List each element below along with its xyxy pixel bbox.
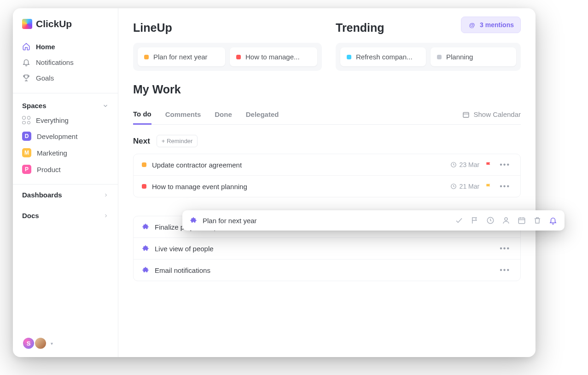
- task-row[interactable]: Email notifications •••: [134, 260, 520, 281]
- show-calendar-label: Show Calendar: [473, 110, 521, 118]
- sidebar-item-label: Product: [37, 166, 61, 173]
- svg-rect-5: [518, 218, 525, 224]
- task-title: Live view of people: [155, 245, 492, 253]
- avatar: S: [22, 337, 35, 350]
- svg-rect-0: [463, 112, 469, 117]
- card-label: Planning: [446, 53, 473, 61]
- task-row[interactable]: Update contractor agreement 23 Mar •••: [134, 154, 520, 176]
- space-badge: M: [22, 148, 31, 157]
- mentions-label: 3 mentions: [480, 21, 514, 29]
- at-icon: @: [468, 21, 476, 29]
- caret-down-icon: ▾: [51, 341, 53, 346]
- next-row: Next + Reminder: [133, 135, 521, 147]
- row-menu-button[interactable]: •••: [498, 244, 512, 253]
- my-work-section: My Work To do Comments Done Delegated Sh…: [133, 83, 521, 281]
- nav-label: Home: [36, 43, 55, 51]
- clock-icon[interactable]: [486, 216, 495, 225]
- tab-comments[interactable]: Comments: [165, 105, 201, 124]
- sidebar-item-label: Development: [37, 133, 77, 140]
- tab-delegated[interactable]: Delegated: [246, 105, 279, 124]
- spaces-label: Spaces: [22, 102, 47, 110]
- sidebar-item-docs[interactable]: Docs: [13, 205, 118, 226]
- bell-icon[interactable]: [549, 216, 557, 225]
- nav-goals[interactable]: Goals: [17, 70, 114, 86]
- task-title: How to manage event planning: [152, 183, 445, 190]
- space-badge: P: [22, 165, 31, 174]
- assignee-icon[interactable]: [502, 216, 510, 225]
- sidebar-item-development[interactable]: D Development: [13, 128, 118, 144]
- task-date: 23 Mar: [450, 161, 480, 168]
- task-row[interactable]: Live view of people •••: [134, 238, 520, 260]
- tab-todo[interactable]: To do: [133, 104, 151, 125]
- sidebar-item-everything[interactable]: Everything: [13, 112, 118, 128]
- reminder-icon: [190, 217, 197, 224]
- status-dot: [142, 162, 146, 167]
- app-name: ClickUp: [36, 18, 72, 29]
- tab-done[interactable]: Done: [215, 105, 232, 124]
- flag-icon[interactable]: [485, 183, 492, 190]
- nav-notifications[interactable]: Notifications: [17, 54, 114, 70]
- avatar: [34, 337, 47, 350]
- row-menu-button[interactable]: •••: [498, 161, 512, 169]
- sidebar-item-product[interactable]: P Product: [13, 161, 118, 178]
- sidebar-item-marketing[interactable]: M Marketing: [13, 144, 118, 161]
- calendar-icon[interactable]: [518, 216, 526, 225]
- lineup-section: LineUp Plan for next year How to manage.…: [133, 21, 322, 71]
- task-action-popup: Plan for next year: [182, 210, 565, 231]
- show-calendar-button[interactable]: Show Calendar: [462, 105, 521, 124]
- top-row: LineUp Plan for next year How to manage.…: [133, 21, 521, 71]
- clock-icon: [450, 162, 457, 168]
- sidebar: ClickUp Home Notifications Goals: [13, 8, 118, 357]
- card-label: Refresh compan...: [356, 53, 413, 61]
- space-badge: D: [22, 132, 31, 141]
- link-label: Docs: [22, 212, 39, 219]
- nav-label: Notifications: [36, 58, 74, 66]
- app-logo[interactable]: ClickUp: [13, 8, 118, 36]
- nav-home[interactable]: Home: [17, 39, 114, 54]
- flag-icon[interactable]: [485, 161, 492, 168]
- sidebar-item-dashboards[interactable]: Dashboards: [13, 184, 118, 205]
- task-date: 21 Mar: [450, 183, 480, 190]
- trending-card[interactable]: Refresh compan...: [340, 47, 426, 66]
- row-menu-button[interactable]: •••: [498, 182, 512, 190]
- check-icon[interactable]: [455, 216, 463, 225]
- primary-task-list: Update contractor agreement 23 Mar ••• H…: [133, 154, 521, 197]
- reminder-icon: [142, 266, 149, 274]
- task-title: Email notifications: [155, 266, 492, 274]
- task-title: Update contractor agreement: [152, 161, 445, 169]
- popup-title: Plan for next year: [203, 217, 449, 225]
- user-menu[interactable]: S ▾: [22, 337, 53, 350]
- sidebar-item-label: Marketing: [37, 149, 67, 157]
- status-dot: [144, 55, 149, 59]
- logo-icon: [22, 19, 32, 29]
- add-reminder-button[interactable]: + Reminder: [157, 135, 198, 147]
- chevron-right-icon: [103, 192, 109, 198]
- lineup-heading: LineUp: [133, 21, 322, 35]
- my-work-heading: My Work: [133, 83, 521, 96]
- card-label: How to manage...: [245, 53, 300, 61]
- flag-icon[interactable]: [471, 216, 479, 225]
- trash-icon[interactable]: [533, 216, 541, 225]
- reminder-icon: [142, 245, 149, 252]
- spaces-header[interactable]: Spaces: [13, 96, 118, 112]
- lineup-card[interactable]: How to manage...: [230, 47, 317, 66]
- bell-icon: [22, 58, 30, 66]
- task-row[interactable]: How to manage event planning 21 Mar •••: [134, 176, 520, 197]
- row-menu-button[interactable]: •••: [498, 266, 512, 274]
- popup-actions: [455, 216, 557, 225]
- sidebar-item-label: Everything: [36, 116, 69, 124]
- mentions-button[interactable]: @ 3 mentions: [461, 17, 521, 33]
- chevron-right-icon: [103, 213, 109, 219]
- lineup-card[interactable]: Plan for next year: [138, 47, 225, 66]
- lineup-cards: Plan for next year How to manage...: [133, 43, 322, 71]
- status-dot: [236, 55, 241, 59]
- app-window: ClickUp Home Notifications Goals: [13, 8, 536, 357]
- clock-icon: [450, 183, 457, 190]
- status-dot: [347, 55, 351, 59]
- trending-card[interactable]: Planning: [431, 47, 516, 66]
- link-label: Dashboards: [22, 191, 62, 199]
- trophy-icon: [22, 74, 30, 82]
- chevron-down-icon: [102, 103, 109, 109]
- svg-point-4: [505, 218, 507, 220]
- card-label: Plan for next year: [153, 53, 208, 61]
